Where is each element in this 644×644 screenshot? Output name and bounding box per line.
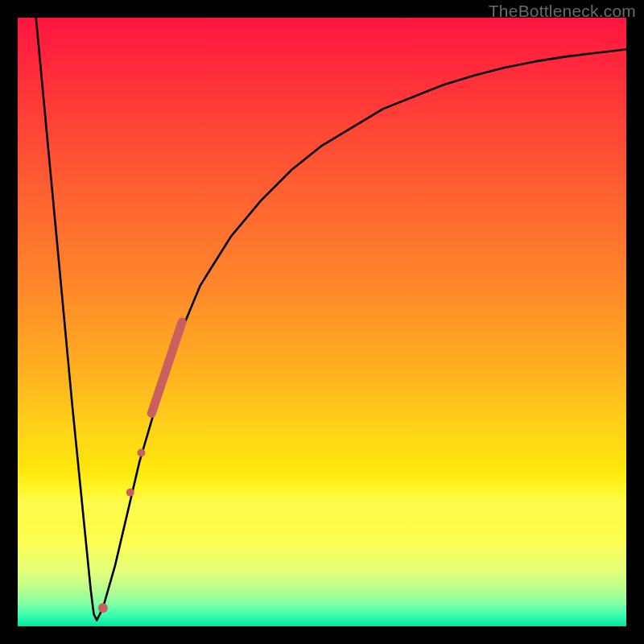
dot-low	[126, 489, 134, 497]
bottleneck-chart: TheBottleneck.com	[0, 0, 644, 644]
dot-mid	[137, 449, 145, 457]
marker-group	[98, 322, 182, 613]
dot-bottom	[98, 603, 108, 613]
thick-segment	[151, 322, 182, 413]
plot-area	[18, 18, 626, 626]
watermark-text: TheBottleneck.com	[489, 2, 636, 21]
chart-svg	[18, 18, 626, 626]
main-curve	[36, 18, 626, 620]
